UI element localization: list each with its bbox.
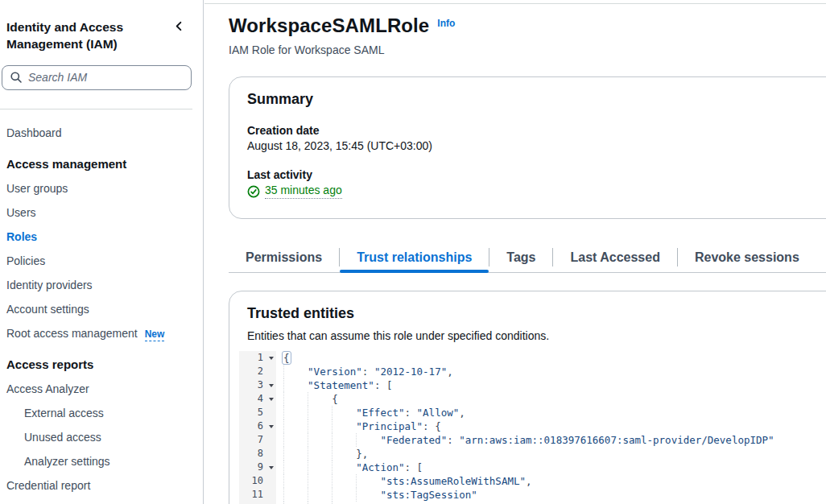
line-number: 8 (239, 447, 266, 461)
sidebar-item-label: Root access management (6, 327, 138, 340)
sidebar-item-policies[interactable]: Policies (0, 249, 203, 273)
tab-last-accessed[interactable]: Last Accessed (553, 242, 676, 272)
sidebar-item-external-access[interactable]: External access (0, 401, 203, 425)
tab-trust-relationships[interactable]: Trust relationships (340, 242, 489, 272)
indent-guide (332, 447, 356, 461)
json-punctuation: : [ (374, 379, 393, 391)
matched-bracket: { (282, 351, 291, 365)
json-string: "Allow" (417, 407, 460, 419)
line-gutter: 1 (239, 351, 276, 365)
code-line: 3"Statement": [ (239, 378, 826, 392)
sidebar-item-label: Users (6, 206, 36, 219)
sidebar: Identity and Access Management (IAM) Das… (0, 0, 204, 504)
code-line: 6"Principal": { (239, 419, 826, 433)
code-text: { (276, 392, 338, 406)
line-gutter: 2 (239, 365, 276, 378)
sidebar-nav: DashboardAccess managementUser groupsUse… (0, 109, 203, 504)
indent-guide (308, 474, 332, 488)
fold-toggle-icon[interactable] (269, 398, 274, 401)
indent-guide (332, 406, 356, 419)
line-gutter: 8 (239, 447, 276, 461)
indent-guide (283, 433, 308, 447)
code-line: 7"Federated": "arn:aws:iam::018397616607… (239, 433, 826, 447)
sidebar-item-label: Roles (6, 230, 37, 243)
summary-fields: Creation dateAugust 18, 2023, 15:45 (UTC… (247, 124, 826, 199)
search-input[interactable] (2, 65, 192, 90)
fold-slot (266, 398, 276, 401)
policy-code-editor[interactable]: 1{2"Version": "2012-10-17",3"Statement":… (239, 351, 826, 504)
json-punctuation: : (405, 407, 417, 419)
fold-toggle-icon[interactable] (269, 357, 274, 360)
indent-guide (283, 488, 308, 502)
indent-guide (332, 433, 356, 447)
indent-guide (308, 392, 332, 406)
page-title: WorkspaceSAMLRole (229, 14, 429, 36)
json-punctuation: , (447, 366, 453, 378)
line-gutter: 5 (239, 406, 276, 419)
indent-guide (356, 488, 380, 502)
sidebar-item-identity-providers[interactable]: Identity providers (0, 273, 203, 297)
tab-revoke-sessions[interactable]: Revoke sessions (678, 242, 816, 272)
tab-tags[interactable]: Tags (489, 242, 552, 272)
code-text: "Action": [ (276, 461, 423, 474)
info-link[interactable]: Info (437, 18, 455, 29)
sidebar-section-heading-access-reports: Access reports (0, 351, 203, 377)
line-gutter: 7 (239, 433, 276, 447)
sidebar-item-user-groups[interactable]: User groups (0, 176, 203, 200)
indent-guide (283, 419, 308, 433)
line-number: 6 (239, 419, 266, 433)
trusted-entities-description: Entities that can assume this role under… (229, 329, 826, 342)
json-punctuation: , (526, 475, 532, 487)
line-gutter: 9 (239, 461, 276, 474)
sidebar-item-access-analyzer[interactable]: Access Analyzer (0, 377, 203, 401)
json-punctuation: : (447, 434, 459, 446)
code-line: 4{ (239, 392, 826, 406)
line-gutter: 11 (239, 488, 276, 502)
summary-card: Summary Creation dateAugust 18, 2023, 15… (229, 76, 826, 219)
sidebar-item-organization-activity[interactable]: Organization activity (0, 498, 203, 504)
line-number: 7 (239, 433, 266, 447)
sidebar-item-label: Credential report (6, 479, 90, 492)
check-circle-icon (247, 185, 260, 198)
indent-guide (308, 419, 332, 433)
line-number: 10 (239, 474, 266, 488)
code-text: "sts:TagSession" (276, 488, 477, 502)
fold-toggle-icon[interactable] (269, 425, 274, 428)
page-subtitle: IAM Role for Workspace SAML (229, 43, 826, 56)
sidebar-item-root-access-management[interactable]: Root access managementNew (0, 321, 203, 345)
sidebar-item-dashboard[interactable]: Dashboard (0, 121, 203, 145)
code-line: 8}, (239, 447, 826, 461)
line-number: 1 (239, 351, 266, 365)
fold-toggle-icon[interactable] (269, 466, 274, 469)
json-punctuation: { (332, 393, 338, 405)
sidebar-item-unused-access[interactable]: Unused access (0, 425, 203, 449)
line-number: 2 (239, 365, 266, 378)
sidebar-item-credential-report[interactable]: Credential report (0, 473, 203, 498)
code-text: "sts:AssumeRoleWithSAML", (276, 474, 532, 488)
summary-field-creation-date: Creation dateAugust 18, 2023, 15:45 (UTC… (247, 124, 826, 152)
sidebar-collapse-button[interactable] (172, 20, 185, 33)
code-line: 10"sts:AssumeRoleWithSAML", (239, 474, 826, 488)
sidebar-item-users[interactable]: Users (0, 200, 203, 225)
sidebar-section-heading-access-management: Access management (0, 151, 203, 176)
line-number: 11 (239, 488, 266, 502)
sidebar-search (2, 65, 192, 90)
search-icon (10, 71, 23, 84)
tab-permissions[interactable]: Permissions (229, 242, 339, 272)
sidebar-item-roles[interactable]: Roles (0, 225, 203, 249)
field-label: Creation date (247, 124, 826, 137)
sidebar-item-analyzer-settings[interactable]: Analyzer settings (0, 449, 203, 473)
sidebar-item-label: Policies (6, 254, 45, 267)
json-punctuation: }, (356, 448, 368, 460)
json-punctuation: : (362, 366, 374, 378)
trusted-entities-heading: Trusted entities (247, 305, 826, 322)
field-label: Last activity (247, 168, 826, 181)
indent-guide (283, 461, 308, 474)
sidebar-item-account-settings[interactable]: Account settings (0, 297, 203, 321)
code-text: "Effect": "Allow", (276, 406, 465, 419)
sidebar-item-label: Identity providers (6, 279, 93, 291)
code-line: 2"Version": "2012-10-17", (239, 365, 826, 378)
fold-toggle-icon[interactable] (269, 384, 274, 387)
iam-console-page: Identity and Access Management (IAM) Das… (0, 0, 826, 504)
line-number: 5 (239, 406, 266, 419)
